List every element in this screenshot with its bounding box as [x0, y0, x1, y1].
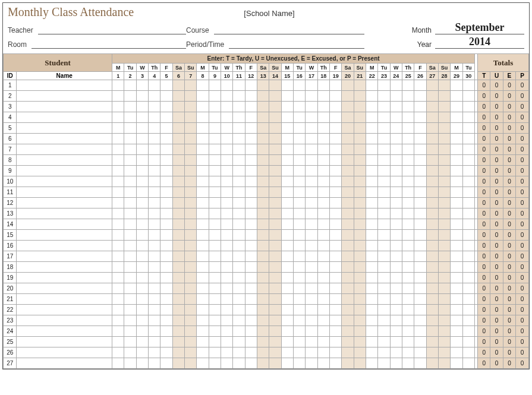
attendance-cell[interactable]	[342, 283, 354, 294]
attendance-cell[interactable]	[462, 219, 474, 230]
attendance-cell[interactable]	[317, 123, 329, 134]
attendance-cell[interactable]	[172, 294, 184, 305]
attendance-cell[interactable]	[257, 134, 269, 144]
attendance-cell[interactable]	[197, 91, 209, 102]
attendance-cell[interactable]	[221, 80, 233, 91]
attendance-cell[interactable]	[136, 326, 148, 337]
attendance-cell[interactable]	[402, 251, 414, 262]
student-name-cell[interactable]	[17, 347, 112, 358]
attendance-cell[interactable]	[112, 347, 124, 358]
attendance-cell[interactable]	[366, 187, 377, 198]
attendance-cell[interactable]	[209, 315, 221, 326]
attendance-cell[interactable]	[390, 347, 402, 358]
attendance-cell[interactable]	[462, 315, 474, 326]
attendance-cell[interactable]	[426, 144, 438, 155]
attendance-cell[interactable]	[294, 283, 306, 294]
attendance-cell[interactable]	[366, 358, 377, 369]
attendance-cell[interactable]	[221, 305, 233, 315]
attendance-cell[interactable]	[414, 230, 426, 241]
attendance-cell[interactable]	[390, 198, 402, 208]
attendance-cell[interactable]	[402, 208, 414, 219]
attendance-cell[interactable]	[462, 273, 474, 283]
attendance-cell[interactable]	[124, 230, 136, 241]
attendance-cell[interactable]	[462, 241, 474, 251]
attendance-cell[interactable]	[245, 219, 257, 230]
attendance-cell[interactable]	[317, 251, 329, 262]
attendance-cell[interactable]	[172, 251, 184, 262]
attendance-cell[interactable]	[112, 176, 124, 187]
attendance-cell[interactable]	[378, 208, 390, 219]
attendance-cell[interactable]	[233, 80, 245, 91]
attendance-cell[interactable]	[281, 337, 293, 347]
attendance-cell[interactable]	[197, 294, 209, 305]
attendance-cell[interactable]	[149, 251, 160, 262]
attendance-cell[interactable]	[330, 283, 342, 294]
student-name-cell[interactable]	[17, 102, 112, 112]
attendance-cell[interactable]	[438, 80, 450, 91]
attendance-cell[interactable]	[342, 187, 354, 198]
attendance-cell[interactable]	[136, 112, 148, 123]
attendance-cell[interactable]	[378, 326, 390, 337]
attendance-cell[interactable]	[306, 337, 317, 347]
attendance-cell[interactable]	[414, 102, 426, 112]
attendance-cell[interactable]	[402, 155, 414, 166]
attendance-cell[interactable]	[197, 219, 209, 230]
attendance-cell[interactable]	[390, 315, 402, 326]
attendance-cell[interactable]	[317, 80, 329, 91]
attendance-cell[interactable]	[426, 134, 438, 144]
attendance-cell[interactable]	[390, 208, 402, 219]
attendance-cell[interactable]	[366, 176, 377, 187]
attendance-cell[interactable]	[451, 305, 462, 315]
attendance-cell[interactable]	[390, 305, 402, 315]
attendance-cell[interactable]	[149, 241, 160, 251]
student-name-cell[interactable]	[17, 155, 112, 166]
attendance-cell[interactable]	[366, 123, 377, 134]
attendance-cell[interactable]	[197, 208, 209, 219]
attendance-cell[interactable]	[281, 91, 293, 102]
attendance-cell[interactable]	[221, 176, 233, 187]
attendance-cell[interactable]	[209, 112, 221, 123]
attendance-cell[interactable]	[160, 187, 172, 198]
attendance-cell[interactable]	[281, 112, 293, 123]
attendance-cell[interactable]	[317, 134, 329, 144]
attendance-cell[interactable]	[185, 230, 197, 241]
attendance-cell[interactable]	[294, 112, 306, 123]
attendance-cell[interactable]	[354, 219, 366, 230]
attendance-cell[interactable]	[136, 198, 148, 208]
attendance-cell[interactable]	[330, 123, 342, 134]
attendance-cell[interactable]	[317, 187, 329, 198]
attendance-cell[interactable]	[306, 198, 317, 208]
attendance-cell[interactable]	[269, 358, 281, 369]
attendance-cell[interactable]	[136, 337, 148, 347]
attendance-cell[interactable]	[342, 337, 354, 347]
attendance-cell[interactable]	[197, 155, 209, 166]
attendance-cell[interactable]	[438, 134, 450, 144]
attendance-cell[interactable]	[149, 112, 160, 123]
attendance-cell[interactable]	[269, 347, 281, 358]
attendance-cell[interactable]	[149, 187, 160, 198]
attendance-cell[interactable]	[342, 123, 354, 134]
attendance-cell[interactable]	[390, 230, 402, 241]
attendance-cell[interactable]	[354, 326, 366, 337]
attendance-cell[interactable]	[438, 144, 450, 155]
attendance-cell[interactable]	[160, 262, 172, 273]
attendance-cell[interactable]	[281, 219, 293, 230]
attendance-cell[interactable]	[330, 315, 342, 326]
attendance-cell[interactable]	[414, 176, 426, 187]
student-name-cell[interactable]	[17, 305, 112, 315]
attendance-cell[interactable]	[209, 144, 221, 155]
attendance-cell[interactable]	[426, 315, 438, 326]
attendance-cell[interactable]	[330, 262, 342, 273]
attendance-cell[interactable]	[317, 283, 329, 294]
attendance-cell[interactable]	[402, 262, 414, 273]
attendance-cell[interactable]	[366, 337, 377, 347]
attendance-cell[interactable]	[197, 262, 209, 273]
attendance-cell[interactable]	[112, 230, 124, 241]
attendance-cell[interactable]	[149, 80, 160, 91]
attendance-cell[interactable]	[402, 80, 414, 91]
attendance-cell[interactable]	[149, 326, 160, 337]
attendance-cell[interactable]	[209, 208, 221, 219]
attendance-cell[interactable]	[185, 155, 197, 166]
attendance-cell[interactable]	[245, 358, 257, 369]
attendance-cell[interactable]	[185, 241, 197, 251]
